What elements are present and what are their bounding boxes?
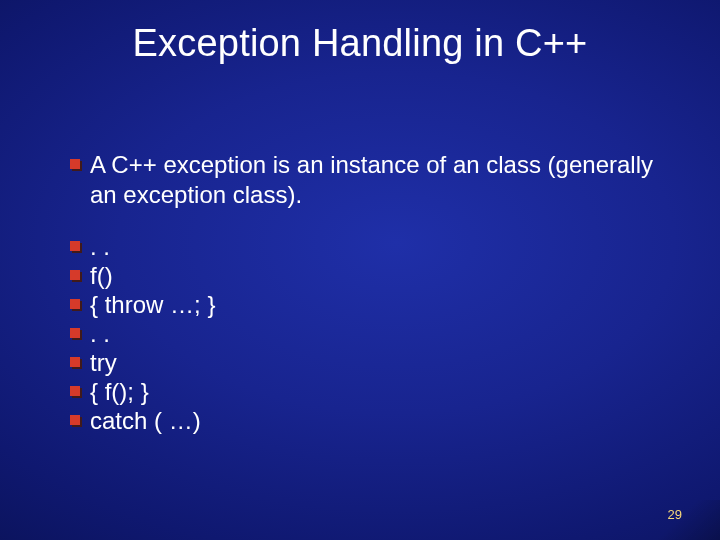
bullet-item: . . — [70, 319, 660, 348]
bullet-text: A C++ exception is an instance of an cla… — [90, 150, 660, 210]
bullet-text: f() — [90, 261, 113, 290]
bullet-icon — [70, 159, 82, 171]
slide-title: Exception Handling in C++ — [0, 22, 720, 65]
bullet-text: . . — [90, 319, 110, 348]
bullet-item: { throw …; } — [70, 290, 660, 319]
bullet-icon — [70, 299, 82, 311]
bullet-item: try — [70, 348, 660, 377]
bullet-text: { f(); } — [90, 377, 149, 406]
page-number: 29 — [668, 507, 682, 522]
slide-body: A C++ exception is an instance of an cla… — [70, 150, 660, 435]
bullet-icon — [70, 386, 82, 398]
bullet-item: { f(); } — [70, 377, 660, 406]
bullet-text: try — [90, 348, 117, 377]
bullet-icon — [70, 328, 82, 340]
bullet-icon — [70, 241, 82, 253]
bullet-text: catch ( …) — [90, 406, 201, 435]
bullet-icon — [70, 415, 82, 427]
bullet-item: . . — [70, 232, 660, 261]
bullet-text: { throw …; } — [90, 290, 215, 319]
bullet-icon — [70, 270, 82, 282]
bullet-item: A C++ exception is an instance of an cla… — [70, 150, 660, 210]
corner-shadow — [600, 500, 720, 540]
slide: Exception Handling in C++ A C++ exceptio… — [0, 0, 720, 540]
bullet-item: f() — [70, 261, 660, 290]
bullet-text: . . — [90, 232, 110, 261]
bullet-icon — [70, 357, 82, 369]
bullet-item: catch ( …) — [70, 406, 660, 435]
